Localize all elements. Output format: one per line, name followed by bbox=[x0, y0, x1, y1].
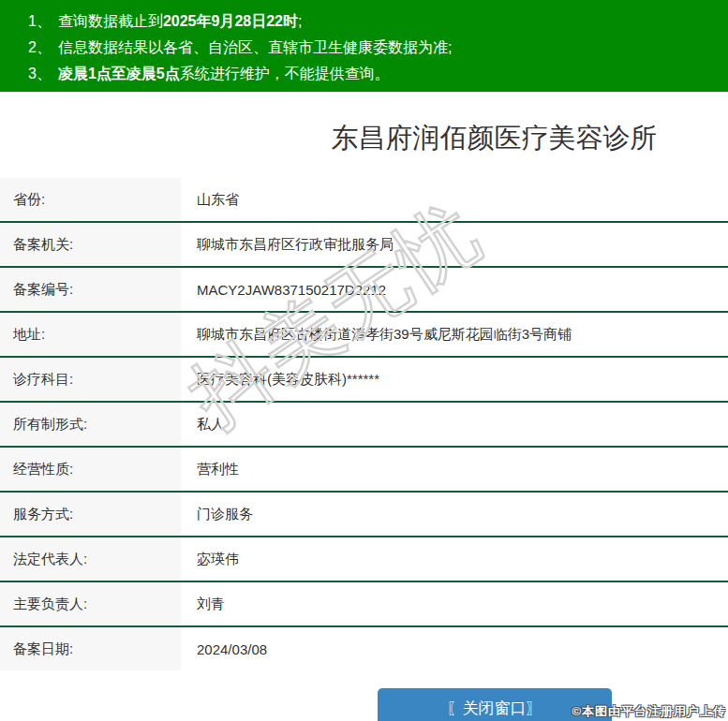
field-label: 地址: bbox=[0, 313, 181, 356]
institution-title: 东昌府润佰颜医疗美容诊所 bbox=[0, 118, 728, 157]
notice-line: 2、信息数据结果以各省、自治区、直辖市卫生健康委数据为准; bbox=[28, 35, 728, 61]
query-result-page: 1、查询数据截止到2025年9月28日22时;2、信息数据结果以各省、自治区、直… bbox=[0, 0, 728, 721]
table-row: 备案机关:聊城市东昌府区行政审批服务局 bbox=[0, 221, 728, 266]
table-row: 经营性质:营利性 bbox=[0, 446, 728, 491]
field-label: 省份: bbox=[0, 178, 181, 221]
field-value: 2024/03/08 bbox=[181, 627, 267, 670]
notice-text: 系统进行维护，不能提供查询。 bbox=[180, 66, 390, 81]
notice-line: 3、凌晨1点至凌晨5点系统进行维护，不能提供查询。 bbox=[28, 61, 728, 87]
table-row: 主要负责人:刘青 bbox=[0, 581, 728, 625]
notice-text: ; bbox=[298, 13, 302, 29]
table-row: 所有制形式:私人 bbox=[0, 401, 728, 446]
table-row: 地址:聊城市东昌府区古楼街道清孝街39号威尼斯花园临街3号商铺 bbox=[0, 311, 728, 356]
field-label: 主要负责人: bbox=[0, 582, 181, 625]
notice-number: 1、 bbox=[28, 13, 52, 29]
table-row: 法定代表人:宓瑛伟 bbox=[0, 536, 728, 581]
field-value: 营利性 bbox=[181, 448, 239, 491]
notice-line: 1、查询数据截止到2025年9月28日22时; bbox=[28, 8, 728, 35]
table-row: 服务方式:门诊服务 bbox=[0, 491, 728, 536]
field-value: 私人 bbox=[181, 403, 225, 446]
field-label: 备案日期: bbox=[0, 627, 181, 670]
field-label: 法定代表人: bbox=[0, 537, 181, 581]
field-label: 备案编号: bbox=[0, 268, 181, 311]
info-table: 省份:山东省备案机关:聊城市东昌府区行政审批服务局备案编号:MACY2JAW83… bbox=[0, 178, 728, 670]
notice-number: 3、 bbox=[28, 66, 52, 81]
field-value: 门诊服务 bbox=[181, 493, 253, 536]
notice-text: 信息数据结果以各省、自治区、直辖市卫生健康委数据为准; bbox=[58, 39, 452, 55]
notice-bar: 1、查询数据截止到2025年9月28日22时;2、信息数据结果以各省、自治区、直… bbox=[0, 0, 728, 92]
notice-text-bold: 凌晨1点至凌晨5点 bbox=[58, 66, 180, 81]
notice-number: 2、 bbox=[28, 39, 52, 55]
notice-list: 1、查询数据截止到2025年9月28日22时;2、信息数据结果以各省、自治区、直… bbox=[28, 8, 728, 87]
table-row: 备案编号:MACY2JAW837150217D2212 bbox=[0, 266, 728, 311]
field-value: 刘青 bbox=[181, 582, 225, 625]
field-value: MACY2JAW837150217D2212 bbox=[181, 268, 386, 311]
table-row: 省份:山东省 bbox=[0, 178, 728, 221]
field-value: 聊城市东昌府区古楼街道清孝街39号威尼斯花园临街3号商铺 bbox=[181, 313, 572, 356]
field-label: 备案机关: bbox=[0, 223, 181, 266]
upload-badge: ©本图由平台注册用户上传 bbox=[572, 703, 726, 720]
table-row: 备案日期:2024/03/08 bbox=[0, 625, 728, 670]
notice-text: 查询数据截止到 bbox=[58, 13, 163, 29]
field-label: 服务方式: bbox=[0, 493, 181, 536]
field-value: 宓瑛伟 bbox=[181, 537, 239, 581]
table-row: 诊疗科目:医疗美容科(美容皮肤科)****** bbox=[0, 356, 728, 401]
field-value: 医疗美容科(美容皮肤科)****** bbox=[181, 358, 379, 401]
field-value: 山东省 bbox=[181, 178, 239, 221]
notice-text-bold: 2025年9月28日22时 bbox=[163, 13, 298, 29]
field-label: 诊疗科目: bbox=[0, 358, 181, 401]
field-label: 所有制形式: bbox=[0, 403, 181, 446]
field-label: 经营性质: bbox=[0, 448, 181, 491]
field-value: 聊城市东昌府区行政审批服务局 bbox=[181, 223, 394, 266]
